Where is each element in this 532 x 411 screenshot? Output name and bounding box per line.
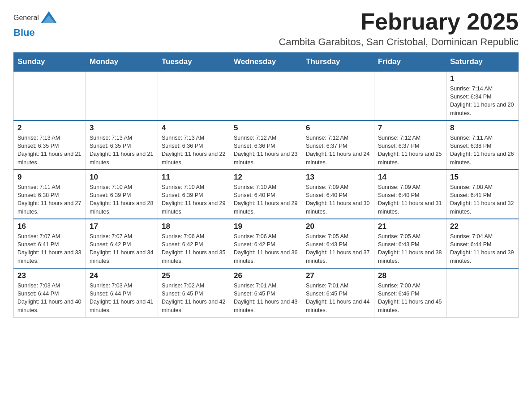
day-number: 27 <box>306 271 370 280</box>
calendar-cell: 1Sunrise: 7:14 AM Sunset: 6:34 PM Daylig… <box>446 71 519 120</box>
calendar-cell <box>302 71 374 120</box>
day-number: 11 <box>162 173 226 182</box>
weekday-header-friday: Friday <box>374 53 446 72</box>
day-number: 1 <box>450 74 515 83</box>
calendar-cell <box>230 71 302 120</box>
weekday-header-row: SundayMondayTuesdayWednesdayThursdayFrid… <box>14 53 519 72</box>
calendar-cell: 21Sunrise: 7:05 AM Sunset: 6:43 PM Dayli… <box>374 219 446 268</box>
day-number: 4 <box>162 124 226 133</box>
day-number: 2 <box>17 124 82 133</box>
day-number: 23 <box>17 271 82 280</box>
calendar-cell <box>158 71 230 120</box>
day-number: 21 <box>378 222 442 231</box>
day-number: 20 <box>306 222 370 231</box>
calendar-cell: 18Sunrise: 7:06 AM Sunset: 6:42 PM Dayli… <box>158 219 230 268</box>
calendar-cell: 24Sunrise: 7:03 AM Sunset: 6:44 PM Dayli… <box>86 268 158 317</box>
day-number: 5 <box>234 124 298 133</box>
day-number: 16 <box>17 222 82 231</box>
day-info: Sunrise: 7:07 AM Sunset: 6:41 PM Dayligh… <box>17 232 82 265</box>
month-title: February 2025 <box>279 9 519 34</box>
calendar-cell: 9Sunrise: 7:11 AM Sunset: 6:38 PM Daylig… <box>14 170 86 219</box>
day-info: Sunrise: 7:06 AM Sunset: 6:42 PM Dayligh… <box>162 232 226 265</box>
calendar-cell: 26Sunrise: 7:01 AM Sunset: 6:45 PM Dayli… <box>230 268 302 317</box>
day-number: 15 <box>450 173 515 182</box>
calendar-cell: 6Sunrise: 7:12 AM Sunset: 6:37 PM Daylig… <box>302 120 374 170</box>
calendar-week-row: 9Sunrise: 7:11 AM Sunset: 6:38 PM Daylig… <box>14 170 519 219</box>
location-subtitle: Cambita Garabitos, San Cristobal, Domini… <box>279 36 519 48</box>
calendar-cell: 14Sunrise: 7:09 AM Sunset: 6:40 PM Dayli… <box>374 170 446 219</box>
day-number: 8 <box>450 124 515 133</box>
calendar-cell: 22Sunrise: 7:04 AM Sunset: 6:44 PM Dayli… <box>446 219 519 268</box>
day-number: 18 <box>162 222 226 231</box>
calendar-cell: 17Sunrise: 7:07 AM Sunset: 6:42 PM Dayli… <box>86 219 158 268</box>
day-number: 19 <box>234 222 298 231</box>
day-info: Sunrise: 7:11 AM Sunset: 6:38 PM Dayligh… <box>450 134 515 167</box>
day-info: Sunrise: 7:00 AM Sunset: 6:46 PM Dayligh… <box>378 282 442 314</box>
calendar-cell: 16Sunrise: 7:07 AM Sunset: 6:41 PM Dayli… <box>14 219 86 268</box>
day-number: 10 <box>90 173 154 182</box>
calendar-table: SundayMondayTuesdayWednesdayThursdayFrid… <box>13 52 519 318</box>
day-number: 25 <box>162 271 226 280</box>
day-info: Sunrise: 7:12 AM Sunset: 6:36 PM Dayligh… <box>234 134 298 167</box>
calendar-cell: 13Sunrise: 7:09 AM Sunset: 6:40 PM Dayli… <box>302 170 374 219</box>
day-number: 13 <box>306 173 370 182</box>
day-number: 28 <box>378 271 442 280</box>
calendar-cell <box>14 71 86 120</box>
day-number: 22 <box>450 222 515 231</box>
logo: General Blue <box>13 9 58 39</box>
day-info: Sunrise: 7:06 AM Sunset: 6:42 PM Dayligh… <box>234 232 298 265</box>
calendar-cell: 7Sunrise: 7:12 AM Sunset: 6:37 PM Daylig… <box>374 120 446 170</box>
day-number: 17 <box>90 222 154 231</box>
day-info: Sunrise: 7:01 AM Sunset: 6:45 PM Dayligh… <box>306 282 370 314</box>
day-info: Sunrise: 7:10 AM Sunset: 6:39 PM Dayligh… <box>90 183 154 216</box>
calendar-week-row: 23Sunrise: 7:03 AM Sunset: 6:44 PM Dayli… <box>14 268 519 317</box>
day-info: Sunrise: 7:03 AM Sunset: 6:44 PM Dayligh… <box>17 282 82 314</box>
calendar-cell: 19Sunrise: 7:06 AM Sunset: 6:42 PM Dayli… <box>230 219 302 268</box>
calendar-cell <box>86 71 158 120</box>
day-number: 12 <box>234 173 298 182</box>
calendar-cell: 12Sunrise: 7:10 AM Sunset: 6:40 PM Dayli… <box>230 170 302 219</box>
day-info: Sunrise: 7:11 AM Sunset: 6:38 PM Dayligh… <box>17 183 82 216</box>
day-info: Sunrise: 7:13 AM Sunset: 6:35 PM Dayligh… <box>17 134 82 167</box>
weekday-header-saturday: Saturday <box>446 53 519 72</box>
calendar-cell <box>446 268 519 317</box>
calendar-cell: 27Sunrise: 7:01 AM Sunset: 6:45 PM Dayli… <box>302 268 374 317</box>
calendar-cell: 4Sunrise: 7:13 AM Sunset: 6:36 PM Daylig… <box>158 120 230 170</box>
day-number: 24 <box>90 271 154 280</box>
calendar-cell: 20Sunrise: 7:05 AM Sunset: 6:43 PM Dayli… <box>302 219 374 268</box>
calendar-cell: 15Sunrise: 7:08 AM Sunset: 6:41 PM Dayli… <box>446 170 519 219</box>
calendar-cell <box>374 71 446 120</box>
day-info: Sunrise: 7:05 AM Sunset: 6:43 PM Dayligh… <box>306 232 370 265</box>
calendar-cell: 5Sunrise: 7:12 AM Sunset: 6:36 PM Daylig… <box>230 120 302 170</box>
day-info: Sunrise: 7:13 AM Sunset: 6:36 PM Dayligh… <box>162 134 226 167</box>
day-info: Sunrise: 7:09 AM Sunset: 6:40 PM Dayligh… <box>378 183 442 216</box>
logo-icon <box>40 9 58 27</box>
calendar-cell: 23Sunrise: 7:03 AM Sunset: 6:44 PM Dayli… <box>14 268 86 317</box>
day-number: 3 <box>90 124 154 133</box>
day-number: 14 <box>378 173 442 182</box>
day-info: Sunrise: 7:13 AM Sunset: 6:35 PM Dayligh… <box>90 134 154 167</box>
title-area: February 2025 Cambita Garabitos, San Cri… <box>279 9 519 48</box>
calendar-cell: 10Sunrise: 7:10 AM Sunset: 6:39 PM Dayli… <box>86 170 158 219</box>
day-info: Sunrise: 7:03 AM Sunset: 6:44 PM Dayligh… <box>90 282 154 314</box>
day-info: Sunrise: 7:04 AM Sunset: 6:44 PM Dayligh… <box>450 232 515 265</box>
day-info: Sunrise: 7:02 AM Sunset: 6:45 PM Dayligh… <box>162 282 226 314</box>
day-info: Sunrise: 7:08 AM Sunset: 6:41 PM Dayligh… <box>450 183 515 216</box>
logo-blue-text: Blue <box>13 27 35 39</box>
day-info: Sunrise: 7:10 AM Sunset: 6:39 PM Dayligh… <box>162 183 226 216</box>
weekday-header-sunday: Sunday <box>14 53 86 72</box>
calendar-week-row: 16Sunrise: 7:07 AM Sunset: 6:41 PM Dayli… <box>14 219 519 268</box>
calendar-cell: 11Sunrise: 7:10 AM Sunset: 6:39 PM Dayli… <box>158 170 230 219</box>
day-info: Sunrise: 7:14 AM Sunset: 6:34 PM Dayligh… <box>450 85 515 117</box>
logo-general-text: General <box>13 14 39 22</box>
day-number: 9 <box>17 173 82 182</box>
calendar-cell: 3Sunrise: 7:13 AM Sunset: 6:35 PM Daylig… <box>86 120 158 170</box>
day-info: Sunrise: 7:10 AM Sunset: 6:40 PM Dayligh… <box>234 183 298 216</box>
day-number: 6 <box>306 124 370 133</box>
weekday-header-tuesday: Tuesday <box>158 53 230 72</box>
calendar-cell: 2Sunrise: 7:13 AM Sunset: 6:35 PM Daylig… <box>14 120 86 170</box>
day-number: 26 <box>234 271 298 280</box>
calendar-cell: 25Sunrise: 7:02 AM Sunset: 6:45 PM Dayli… <box>158 268 230 317</box>
calendar-week-row: 2Sunrise: 7:13 AM Sunset: 6:35 PM Daylig… <box>14 120 519 170</box>
day-number: 7 <box>378 124 442 133</box>
